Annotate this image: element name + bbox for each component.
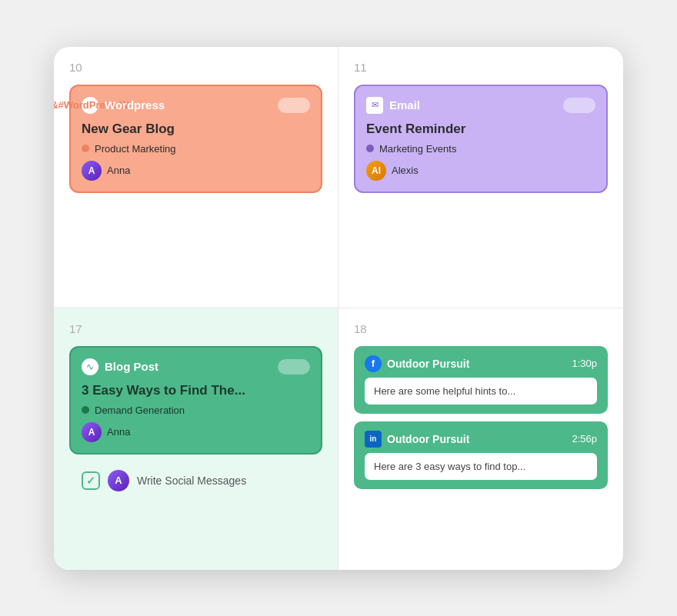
sub-card-li-header: in Outdoor Pursuit 2:56p <box>365 431 597 448</box>
calendar-cell-17: 17 ∿ Blog Post 3 Easy Ways to Find The..… <box>54 308 338 570</box>
task-checkbox[interactable]: ✓ <box>82 471 100 490</box>
email-avatar-row: Al Alexis <box>366 161 595 181</box>
card-header-blog: ∿ Blog Post <box>82 358 310 375</box>
marketing-events-dot <box>366 145 374 152</box>
li-time: 2:56p <box>572 433 597 445</box>
wordpress-icon: &#WordPress;W <box>82 97 98 114</box>
blog-toggle[interactable] <box>278 359 310 375</box>
fb-label: Outdoor Pursuit <box>387 358 469 370</box>
day-number-11: 11 <box>354 61 608 74</box>
day-number-17: 17 <box>69 322 322 335</box>
wordpress-card-title: New Gear Blog <box>82 122 310 137</box>
demand-generation-dot <box>82 406 89 414</box>
anna-avatar: A <box>82 161 102 181</box>
sub-card-linkedin[interactable]: in Outdoor Pursuit 2:56p Here are 3 easy… <box>354 421 608 489</box>
blog-anna-avatar: A <box>82 422 102 442</box>
email-icon: ✉ <box>366 97 383 114</box>
blog-type-label: Blog Post <box>105 360 158 373</box>
task-label: Write Social Messages <box>137 474 246 487</box>
check-mark: ✓ <box>86 474 95 487</box>
sub-card-facebook[interactable]: f Outdoor Pursuit 1:30p Here are some he… <box>354 346 608 414</box>
task-avatar: A <box>108 470 129 491</box>
blog-avatar-row: A Anna <box>82 422 310 442</box>
email-type-label: Email <box>389 98 420 112</box>
email-card-tag: Marketing Events <box>366 143 595 155</box>
card-header-wordpress: &#WordPress;W Wordpress <box>82 97 310 114</box>
product-marketing-dot <box>82 145 89 152</box>
card-header-email: ✉ Email <box>366 97 595 114</box>
wordpress-type-label: Wordpress <box>105 98 165 112</box>
sub-card-fb-header: f Outdoor Pursuit 1:30p <box>365 355 597 372</box>
day-number-18: 18 <box>354 322 608 335</box>
calendar-cell-18: 18 f Outdoor Pursuit 1:30p Here are some… <box>338 308 623 570</box>
email-card-title: Event Reminder <box>366 122 595 137</box>
calendar-grid: 10 &#WordPress;W Wordpress New Gear Blog… <box>54 47 623 570</box>
fb-time: 1:30p <box>572 358 597 369</box>
facebook-icon: f <box>365 355 382 372</box>
calendar-cell-11: 11 ✉ Email Event Reminder Marketing Even… <box>338 47 623 308</box>
task-row[interactable]: ✓ A Write Social Messages <box>69 462 322 499</box>
blog-card-title: 3 Easy Ways to Find The... <box>82 383 310 398</box>
blog-card-tag: Demand Generation <box>82 405 310 416</box>
day-number-10: 10 <box>69 61 322 74</box>
li-body: Here are 3 easy ways to find top... <box>365 453 597 480</box>
calendar-container: 10 &#WordPress;W Wordpress New Gear Blog… <box>54 47 623 570</box>
wordpress-avatar-row: A Anna <box>82 161 310 181</box>
wordpress-toggle[interactable] <box>278 98 310 113</box>
linkedin-icon: in <box>365 431 382 448</box>
blog-icon: ∿ <box>82 358 98 375</box>
alexis-avatar: Al <box>366 161 386 181</box>
wordpress-card-tag: Product Marketing <box>82 143 310 155</box>
card-wordpress[interactable]: &#WordPress;W Wordpress New Gear Blog Pr… <box>69 85 322 193</box>
fb-body: Here are some helpful hints to... <box>365 378 597 405</box>
li-label: Outdoor Pursuit <box>387 433 469 445</box>
card-email[interactable]: ✉ Email Event Reminder Marketing Events … <box>354 85 608 193</box>
email-toggle[interactable] <box>563 98 595 113</box>
card-blog[interactable]: ∿ Blog Post 3 Easy Ways to Find The... D… <box>69 346 322 455</box>
calendar-cell-10: 10 &#WordPress;W Wordpress New Gear Blog… <box>54 47 338 308</box>
